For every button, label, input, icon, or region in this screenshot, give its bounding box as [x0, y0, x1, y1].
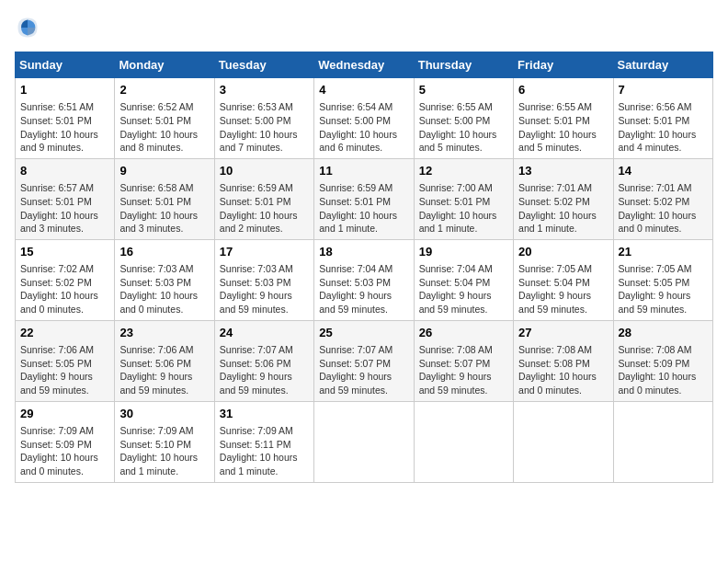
weekday-tuesday: Tuesday: [214, 52, 313, 78]
calendar-day-20: 20Sunrise: 7:05 AM Sunset: 5:04 PM Dayli…: [514, 239, 613, 320]
day-info: Sunrise: 7:08 AM Sunset: 5:08 PM Dayligh…: [518, 343, 608, 397]
calendar-table: SundayMondayTuesdayWednesdayThursdayFrid…: [15, 52, 713, 483]
day-info: Sunrise: 7:08 AM Sunset: 5:09 PM Dayligh…: [619, 343, 708, 397]
calendar-day-31: 31Sunrise: 7:09 AM Sunset: 5:11 PM Dayli…: [214, 401, 313, 482]
calendar-body: 1Sunrise: 6:51 AM Sunset: 5:01 PM Daylig…: [16, 78, 713, 483]
weekday-sunday: Sunday: [16, 52, 115, 78]
calendar-day-15: 15Sunrise: 7:02 AM Sunset: 5:02 PM Dayli…: [16, 239, 115, 320]
day-number: 23: [119, 325, 209, 341]
day-info: Sunrise: 6:57 AM Sunset: 5:01 PM Dayligh…: [20, 181, 109, 236]
weekday-thursday: Thursday: [414, 52, 513, 78]
day-info: Sunrise: 7:08 AM Sunset: 5:07 PM Dayligh…: [419, 343, 508, 397]
calendar-day-2: 2Sunrise: 6:52 AM Sunset: 5:01 PM Daylig…: [115, 78, 214, 159]
day-number: 4: [319, 82, 408, 98]
empty-cell: [613, 401, 712, 482]
calendar-day-1: 1Sunrise: 6:51 AM Sunset: 5:01 PM Daylig…: [16, 78, 115, 159]
day-number: 6: [518, 82, 608, 98]
empty-cell: [414, 401, 513, 482]
day-info: Sunrise: 7:09 AM Sunset: 5:09 PM Dayligh…: [20, 424, 109, 478]
day-number: 21: [619, 244, 708, 260]
weekday-saturday: Saturday: [613, 52, 712, 78]
calendar-day-5: 5Sunrise: 6:55 AM Sunset: 5:00 PM Daylig…: [414, 78, 513, 159]
day-info: Sunrise: 6:59 AM Sunset: 5:01 PM Dayligh…: [220, 181, 309, 236]
day-number: 25: [319, 325, 408, 341]
day-number: 19: [419, 244, 508, 260]
day-number: 22: [20, 325, 109, 341]
calendar-day-7: 7Sunrise: 6:56 AM Sunset: 5:01 PM Daylig…: [613, 78, 712, 159]
day-number: 7: [619, 82, 708, 98]
day-number: 28: [619, 325, 708, 341]
day-info: Sunrise: 7:04 AM Sunset: 5:03 PM Dayligh…: [319, 262, 408, 316]
calendar-day-4: 4Sunrise: 6:54 AM Sunset: 5:00 PM Daylig…: [314, 78, 414, 159]
day-info: Sunrise: 6:59 AM Sunset: 5:01 PM Dayligh…: [319, 181, 408, 236]
calendar-day-26: 26Sunrise: 7:08 AM Sunset: 5:07 PM Dayli…: [414, 320, 513, 401]
day-info: Sunrise: 6:56 AM Sunset: 5:01 PM Dayligh…: [619, 100, 708, 155]
logo: [15, 15, 44, 40]
calendar-day-21: 21Sunrise: 7:05 AM Sunset: 5:05 PM Dayli…: [613, 239, 712, 320]
day-info: Sunrise: 7:07 AM Sunset: 5:06 PM Dayligh…: [220, 343, 309, 397]
weekday-monday: Monday: [115, 52, 214, 78]
calendar-day-19: 19Sunrise: 7:04 AM Sunset: 5:04 PM Dayli…: [414, 239, 513, 320]
calendar-day-28: 28Sunrise: 7:08 AM Sunset: 5:09 PM Dayli…: [613, 320, 712, 401]
logo-icon: [15, 15, 40, 40]
calendar-day-16: 16Sunrise: 7:03 AM Sunset: 5:03 PM Dayli…: [115, 239, 214, 320]
calendar-day-25: 25Sunrise: 7:07 AM Sunset: 5:07 PM Dayli…: [314, 320, 414, 401]
day-number: 31: [220, 406, 309, 422]
day-info: Sunrise: 7:06 AM Sunset: 5:06 PM Dayligh…: [119, 343, 209, 397]
day-number: 18: [319, 244, 408, 260]
day-info: Sunrise: 7:01 AM Sunset: 5:02 PM Dayligh…: [518, 181, 608, 236]
day-number: 2: [119, 82, 209, 98]
day-number: 14: [619, 163, 708, 179]
day-info: Sunrise: 6:52 AM Sunset: 5:01 PM Dayligh…: [119, 100, 209, 155]
day-info: Sunrise: 7:05 AM Sunset: 5:04 PM Dayligh…: [518, 262, 608, 316]
calendar-day-13: 13Sunrise: 7:01 AM Sunset: 5:02 PM Dayli…: [514, 158, 613, 239]
day-number: 20: [518, 244, 608, 260]
day-info: Sunrise: 7:06 AM Sunset: 5:05 PM Dayligh…: [20, 343, 109, 397]
calendar-week-4: 22Sunrise: 7:06 AM Sunset: 5:05 PM Dayli…: [16, 320, 713, 401]
calendar-day-3: 3Sunrise: 6:53 AM Sunset: 5:00 PM Daylig…: [214, 78, 313, 159]
day-info: Sunrise: 6:58 AM Sunset: 5:01 PM Dayligh…: [119, 181, 209, 236]
calendar-day-17: 17Sunrise: 7:03 AM Sunset: 5:03 PM Dayli…: [214, 239, 313, 320]
calendar-day-18: 18Sunrise: 7:04 AM Sunset: 5:03 PM Dayli…: [314, 239, 414, 320]
day-info: Sunrise: 7:03 AM Sunset: 5:03 PM Dayligh…: [119, 262, 209, 316]
day-info: Sunrise: 7:09 AM Sunset: 5:10 PM Dayligh…: [119, 424, 209, 478]
weekday-header-row: SundayMondayTuesdayWednesdayThursdayFrid…: [16, 52, 713, 78]
day-number: 13: [518, 163, 608, 179]
day-info: Sunrise: 6:55 AM Sunset: 5:01 PM Dayligh…: [518, 100, 608, 155]
weekday-friday: Friday: [514, 52, 613, 78]
day-number: 15: [20, 244, 109, 260]
day-info: Sunrise: 7:09 AM Sunset: 5:11 PM Dayligh…: [220, 424, 309, 478]
day-info: Sunrise: 7:01 AM Sunset: 5:02 PM Dayligh…: [619, 181, 708, 236]
calendar-day-27: 27Sunrise: 7:08 AM Sunset: 5:08 PM Dayli…: [514, 320, 613, 401]
calendar-day-12: 12Sunrise: 7:00 AM Sunset: 5:01 PM Dayli…: [414, 158, 513, 239]
calendar-day-24: 24Sunrise: 7:07 AM Sunset: 5:06 PM Dayli…: [214, 320, 313, 401]
day-info: Sunrise: 7:02 AM Sunset: 5:02 PM Dayligh…: [20, 262, 109, 316]
calendar-week-5: 29Sunrise: 7:09 AM Sunset: 5:09 PM Dayli…: [16, 401, 713, 482]
day-number: 27: [518, 325, 608, 341]
day-number: 26: [419, 325, 508, 341]
day-number: 1: [20, 82, 109, 98]
calendar-day-11: 11Sunrise: 6:59 AM Sunset: 5:01 PM Dayli…: [314, 158, 414, 239]
calendar-day-22: 22Sunrise: 7:06 AM Sunset: 5:05 PM Dayli…: [16, 320, 115, 401]
calendar-week-3: 15Sunrise: 7:02 AM Sunset: 5:02 PM Dayli…: [16, 239, 713, 320]
calendar-week-2: 8Sunrise: 6:57 AM Sunset: 5:01 PM Daylig…: [16, 158, 713, 239]
day-number: 11: [319, 163, 408, 179]
day-number: 3: [220, 82, 309, 98]
day-number: 5: [419, 82, 508, 98]
page-header: [15, 15, 713, 40]
day-number: 12: [419, 163, 508, 179]
day-info: Sunrise: 7:04 AM Sunset: 5:04 PM Dayligh…: [419, 262, 508, 316]
calendar-day-10: 10Sunrise: 6:59 AM Sunset: 5:01 PM Dayli…: [214, 158, 313, 239]
day-number: 24: [220, 325, 309, 341]
empty-cell: [314, 401, 414, 482]
day-info: Sunrise: 7:00 AM Sunset: 5:01 PM Dayligh…: [419, 181, 508, 236]
empty-cell: [514, 401, 613, 482]
weekday-wednesday: Wednesday: [314, 52, 414, 78]
day-info: Sunrise: 7:03 AM Sunset: 5:03 PM Dayligh…: [220, 262, 309, 316]
calendar-day-6: 6Sunrise: 6:55 AM Sunset: 5:01 PM Daylig…: [514, 78, 613, 159]
calendar-day-8: 8Sunrise: 6:57 AM Sunset: 5:01 PM Daylig…: [16, 158, 115, 239]
day-number: 9: [119, 163, 209, 179]
day-number: 10: [220, 163, 309, 179]
calendar-day-14: 14Sunrise: 7:01 AM Sunset: 5:02 PM Dayli…: [613, 158, 712, 239]
day-info: Sunrise: 6:53 AM Sunset: 5:00 PM Dayligh…: [220, 100, 309, 155]
